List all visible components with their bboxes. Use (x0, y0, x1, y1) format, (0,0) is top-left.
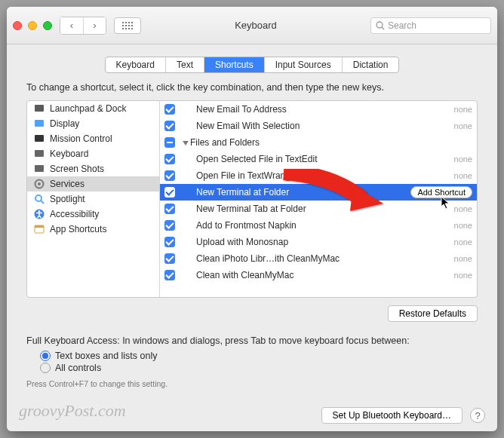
service-checkbox[interactable] (164, 237, 175, 247)
service-item[interactable]: New Email With Selectionnone (160, 118, 477, 134)
tab-shortcuts[interactable]: Shortcuts (204, 57, 264, 72)
tab-keyboard[interactable]: Keyboard (106, 57, 165, 72)
service-checkbox[interactable] (164, 154, 175, 164)
service-checkbox[interactable] (164, 137, 175, 148)
sidebar-item-app-shortcuts[interactable]: App Shortcuts (27, 222, 159, 237)
service-label: Add to Frontmost Napkin (180, 220, 419, 231)
sidebar-item-label: Display (50, 118, 79, 129)
shortcut-value[interactable]: none (424, 121, 472, 130)
svg-point-12 (376, 22, 383, 28)
service-item[interactable]: New Email To Addressnone (160, 101, 477, 118)
service-item[interactable]: Upload with Monosnapnone (160, 234, 477, 250)
service-item[interactable]: Clean iPhoto Libr…ith CleanMyMacnone (160, 250, 477, 267)
service-label: Clean with CleanMyMac (180, 270, 419, 280)
restore-defaults-button[interactable]: Restore Defaults (388, 305, 478, 322)
back-button[interactable]: ‹ (60, 17, 83, 34)
svg-rect-6 (128, 25, 130, 26)
sidebar-item-label: App Shortcuts (50, 224, 106, 234)
svg-line-13 (382, 27, 384, 29)
service-label: New Terminal Tab at Folder (180, 204, 419, 214)
sidebar-item-launchpad-dock[interactable]: Launchpad & Dock (27, 101, 159, 116)
help-button[interactable]: ? (470, 408, 485, 423)
service-label: Open Selected File in TextEdit (180, 154, 419, 164)
service-label: Clean iPhoto Libr…ith CleanMyMac (180, 253, 419, 264)
svg-rect-14 (35, 105, 44, 112)
zoom-icon[interactable] (43, 21, 52, 30)
titlebar: ‹ › Keyboard Search (7, 7, 497, 44)
close-icon[interactable] (13, 21, 22, 30)
sidebar-item-accessibility[interactable]: Accessibility (27, 207, 159, 222)
svg-rect-10 (128, 28, 130, 29)
svg-rect-5 (125, 25, 127, 26)
service-item[interactable]: Add to Frontmost Napkinnone (160, 217, 477, 234)
service-group[interactable]: Files and Folders (160, 134, 477, 151)
tab-input-sources[interactable]: Input Sources (264, 57, 342, 72)
shortcut-value[interactable]: none (424, 237, 472, 247)
search-input[interactable]: Search (370, 17, 491, 34)
service-checkbox[interactable] (164, 220, 175, 231)
sidebar-item-keyboard[interactable]: Keyboard (27, 146, 159, 161)
service-checkbox[interactable] (164, 270, 175, 280)
mission-icon (33, 133, 45, 145)
shortcut-value[interactable]: none (424, 171, 472, 180)
shortcut-value[interactable]: none (424, 105, 472, 114)
service-label: New Email With Selection (180, 121, 419, 131)
svg-rect-11 (131, 28, 133, 29)
sidebar-item-services[interactable]: Services (27, 176, 159, 191)
service-item[interactable]: New Terminal Tab at Foldernone (160, 201, 477, 217)
nav-back-forward: ‹ › (60, 17, 106, 35)
svg-rect-8 (122, 28, 124, 29)
category-sidebar: Launchpad & DockDisplayMission ControlKe… (27, 101, 160, 297)
tab-dictation[interactable]: Dictation (342, 57, 399, 72)
svg-rect-4 (122, 25, 124, 26)
minimize-icon[interactable] (28, 21, 37, 30)
svg-rect-2 (128, 22, 130, 23)
cursor-icon (441, 196, 451, 210)
radio-icon (40, 363, 51, 373)
service-checkbox[interactable] (164, 121, 175, 131)
radio-icon (40, 351, 51, 361)
service-item[interactable]: Clean with CleanMyMacnone (160, 267, 477, 283)
display-icon (33, 118, 45, 130)
svg-rect-7 (131, 25, 133, 26)
service-checkbox[interactable] (164, 204, 175, 214)
svg-rect-3 (131, 22, 133, 23)
sidebar-item-label: Accessibility (50, 209, 99, 219)
shortcut-value[interactable]: none (424, 221, 472, 230)
svg-point-21 (35, 195, 41, 201)
grid-icon (122, 22, 133, 29)
sidebar-item-mission-control[interactable]: Mission Control (27, 131, 159, 146)
shortcut-value[interactable]: none (424, 254, 472, 263)
service-checkbox[interactable] (164, 170, 175, 181)
svg-line-22 (41, 201, 44, 204)
shortcut-value[interactable]: none (424, 155, 472, 164)
svg-point-24 (38, 210, 41, 213)
svg-rect-17 (35, 150, 44, 157)
keyboard-icon (33, 148, 45, 160)
shortcuts-panel: Launchpad & DockDisplayMission ControlKe… (26, 100, 478, 298)
forward-button[interactable]: › (83, 17, 106, 34)
restore-row: Restore Defaults (26, 305, 478, 322)
disclosure-triangle-icon[interactable] (183, 141, 189, 145)
bluetooth-keyboard-button[interactable]: Set Up Bluetooth Keyboard… (321, 407, 463, 424)
tab-text[interactable]: Text (165, 57, 204, 72)
group-label: Files and Folders (180, 137, 472, 148)
show-all-button[interactable] (114, 17, 141, 34)
service-label: New Email To Address (180, 104, 419, 115)
access-radio-1[interactable]: All controls (40, 363, 478, 373)
service-item[interactable]: Open File in TextWranglernone (160, 167, 477, 184)
service-label: New Terminal at Folder (180, 187, 406, 198)
service-checkbox[interactable] (164, 187, 175, 198)
sidebar-item-spotlight[interactable]: Spotlight (27, 191, 159, 207)
sidebar-item-screen-shots[interactable]: Screen Shots (27, 161, 159, 176)
access-radio-0[interactable]: Text boxes and lists only (40, 351, 478, 361)
window-title: Keyboard (141, 20, 370, 31)
sidebar-item-display[interactable]: Display (27, 116, 159, 131)
service-checkbox[interactable] (164, 253, 175, 264)
shortcut-value[interactable]: none (424, 271, 472, 280)
service-item[interactable]: Open Selected File in TextEditnone (160, 151, 477, 167)
service-item[interactable]: New Terminal at FolderAdd Shortcut (160, 184, 477, 201)
svg-rect-9 (125, 28, 127, 29)
tab-bar: KeyboardTextShortcutsInput SourcesDictat… (7, 57, 497, 73)
service-checkbox[interactable] (164, 104, 175, 115)
